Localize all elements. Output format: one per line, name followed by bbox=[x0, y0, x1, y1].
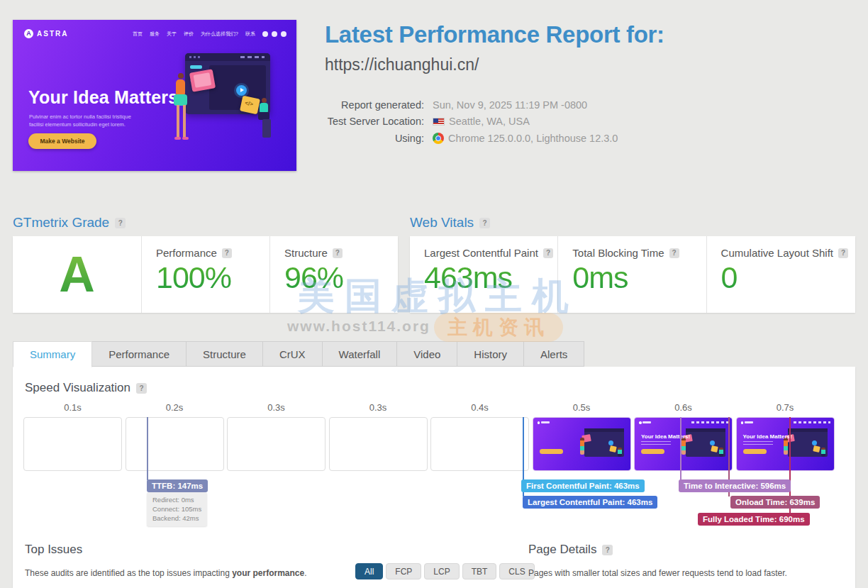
page-details-title: Page Details bbox=[528, 543, 596, 557]
cls-value: 0 bbox=[721, 260, 855, 295]
help-icon[interactable]: ? bbox=[222, 248, 232, 258]
astra-brand-text: ASTRA bbox=[37, 30, 68, 38]
mini-logo-icon bbox=[639, 421, 642, 424]
top-issues-heading: Top Issues bbox=[25, 543, 82, 557]
summary-panel: Speed Visualization ? 0.1s 0.2s 0.3s 0.3… bbox=[13, 367, 855, 588]
mini-body-lines bbox=[743, 441, 773, 446]
nav-link: 评价 bbox=[184, 30, 194, 38]
structure-label: Structure bbox=[284, 247, 328, 259]
filter-fcp-button[interactable]: FCP bbox=[386, 563, 421, 579]
filmstrip-frame-blank bbox=[227, 417, 326, 471]
tab-summary[interactable]: Summary bbox=[13, 341, 92, 367]
us-flag-icon bbox=[433, 118, 445, 126]
illustration-person-left-skirt bbox=[174, 94, 187, 106]
filmstrip-frame-blank bbox=[430, 417, 529, 471]
facebook-icon bbox=[272, 31, 277, 37]
performance-label: Performance bbox=[156, 247, 217, 259]
tti-marker-line bbox=[680, 417, 681, 480]
help-icon[interactable]: ? bbox=[115, 218, 126, 228]
watermark-badge: 主机资讯 bbox=[434, 313, 563, 342]
help-icon[interactable]: ? bbox=[838, 248, 848, 258]
performance-cell: Performance ? 100% bbox=[142, 236, 270, 313]
report-tabs: Summary Performance Structure CrUX Water… bbox=[13, 341, 584, 367]
illustration-stool bbox=[262, 119, 271, 138]
mini-person-right bbox=[618, 448, 622, 457]
tab-alerts[interactable]: Alerts bbox=[524, 341, 584, 367]
filter-all-button[interactable]: All bbox=[355, 563, 383, 579]
tab-video[interactable]: Video bbox=[397, 341, 457, 367]
help-icon[interactable]: ? bbox=[543, 248, 553, 258]
ttfb-badge: TTFB: 147ms bbox=[147, 479, 208, 492]
illustration-button-chip bbox=[190, 65, 202, 69]
tti-badge: Time to Interactive: 596ms bbox=[679, 479, 791, 492]
page-details-heading: Page Details ? bbox=[528, 543, 613, 557]
meta-value: Seattle, WA, USA bbox=[433, 116, 530, 127]
mini-person-right bbox=[821, 448, 825, 457]
filmstrip-thumbnail: Your Idea Matters! bbox=[737, 418, 834, 470]
timeline-tick: 0.7s bbox=[736, 402, 835, 413]
mini-brand-bar bbox=[642, 421, 651, 423]
chrome-icon bbox=[433, 133, 444, 144]
thumbnail-headline: Your Idea Matters! bbox=[28, 87, 184, 108]
meta-value: Chrome 125.0.0.0, Lighthouse 12.3.0 bbox=[433, 133, 618, 144]
nav-link: 服务 bbox=[150, 30, 160, 38]
help-icon[interactable]: ? bbox=[602, 545, 613, 555]
meta-value: Sun, Nov 9, 2025 11:19 PM -0800 bbox=[433, 99, 587, 111]
illustration-person-left-leg bbox=[177, 105, 179, 138]
mini-cta-button bbox=[641, 449, 664, 454]
mini-cta-button bbox=[540, 449, 563, 454]
fcp-badge: First Contentful Paint: 463ms bbox=[521, 479, 645, 492]
structure-score: 96% bbox=[284, 260, 398, 295]
mini-nav-links bbox=[691, 421, 728, 423]
tab-waterfall[interactable]: Waterfall bbox=[323, 341, 398, 367]
tab-crux[interactable]: CrUX bbox=[263, 341, 323, 367]
thumbnail-navbar: A ASTRA 首页 服务 关于 评价 为什么选择我们? 联系 bbox=[13, 20, 296, 41]
meta-row-location: Test Server Location: Seattle, WA, USA bbox=[325, 113, 665, 131]
filmstrip-frame-blank bbox=[329, 417, 428, 471]
lcp-value: 463ms bbox=[424, 260, 557, 295]
help-icon[interactable]: ? bbox=[136, 383, 147, 394]
watermark-url: www.host114.org bbox=[287, 318, 430, 335]
gtmetrix-grade-panel: A Performance ? 100% Structure ? 96% bbox=[13, 236, 398, 313]
tbt-cell: Total Blocking Time ? 0ms bbox=[558, 236, 706, 313]
nav-link: 联系 bbox=[245, 30, 255, 38]
mini-person-right bbox=[719, 448, 723, 457]
tab-structure[interactable]: Structure bbox=[187, 341, 263, 367]
top-issues-title: Top Issues bbox=[25, 543, 82, 557]
help-icon[interactable]: ? bbox=[669, 248, 679, 258]
illustration-person-left-shoe bbox=[174, 137, 181, 140]
thumbnail-nav-links: 首页 服务 关于 评价 为什么选择我们? 联系 bbox=[133, 30, 255, 38]
ttfb-redirect: Redirect: 0ms bbox=[152, 496, 201, 505]
report-url-link[interactable]: https://ichuanghui.cn/ bbox=[325, 55, 479, 74]
help-icon[interactable]: ? bbox=[333, 248, 343, 258]
lcp-label: Largest Contentful Paint bbox=[424, 247, 538, 259]
illustration-person-left-shoe bbox=[182, 137, 189, 140]
mini-headline-text: Your Idea Matters! bbox=[641, 433, 690, 440]
filter-lcp-button[interactable]: LCP bbox=[424, 563, 459, 579]
nav-link: 首页 bbox=[133, 30, 143, 38]
web-vitals-title: Web Vitals bbox=[410, 215, 474, 231]
timeline-tick: 0.3s bbox=[329, 402, 428, 413]
lcp-cell: Largest Contentful Paint ? 463ms bbox=[410, 236, 558, 313]
tbt-label: Total Blocking Time bbox=[572, 247, 664, 259]
mini-yellow-card bbox=[609, 445, 616, 453]
illustration-person-left-head bbox=[178, 73, 184, 79]
nav-link: 关于 bbox=[167, 30, 177, 38]
mini-person-left bbox=[580, 438, 584, 455]
ttfb-details-box: Redirect: 0ms Connect: 105ms Backend: 42… bbox=[147, 492, 207, 526]
timeline-tick: 0.5s bbox=[533, 402, 631, 413]
grade-letter-cell: A bbox=[13, 236, 142, 313]
illustration-person-left-leg bbox=[183, 105, 186, 138]
grade-letter: A bbox=[59, 246, 95, 303]
structure-cell: Structure ? 96% bbox=[270, 236, 398, 313]
ttfb-backend: Backend: 42ms bbox=[152, 514, 201, 523]
tab-history[interactable]: History bbox=[457, 341, 524, 367]
lcp-badge: Largest Contentful Paint: 463ms bbox=[523, 496, 657, 509]
report-meta: Report generated: Sun, Nov 9, 2025 11:19… bbox=[325, 96, 665, 147]
cls-cell: Cumulative Layout Shift ? 0 bbox=[707, 236, 855, 313]
filter-tbt-button[interactable]: TBT bbox=[462, 563, 497, 579]
help-icon[interactable]: ? bbox=[479, 218, 490, 228]
timeline-tick: 0.4s bbox=[430, 402, 529, 413]
meta-label: Report generated: bbox=[325, 99, 424, 111]
tab-performance[interactable]: Performance bbox=[92, 341, 187, 367]
